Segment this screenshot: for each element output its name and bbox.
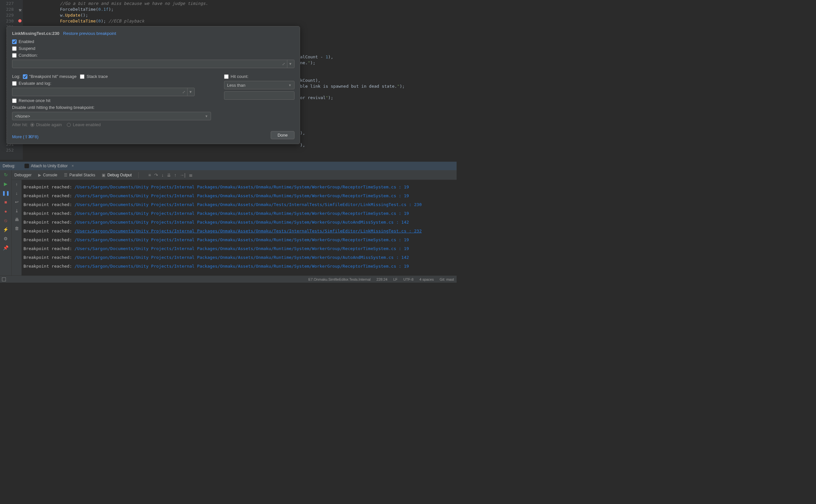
output-line[interactable]: Breakpoint reached: /Users/Sargon/Docume… <box>23 218 455 227</box>
file-link[interactable]: /Users/Sargon/Documents/Unity Projects/I… <box>75 185 409 189</box>
evaluate-log-checkbox[interactable]: Evaluate and log: <box>12 81 51 86</box>
line-number[interactable]: 227 <box>0 1 23 7</box>
file-link[interactable]: /Users/Sargon/Documents/Unity Projects/I… <box>75 255 409 260</box>
stack-trace-checkbox[interactable]: Stack trace <box>80 74 108 79</box>
status-encoding[interactable]: UTF-8 <box>403 277 414 281</box>
disable-again-radio: Disable again <box>30 122 62 127</box>
more-link[interactable]: More (⇧⌘F8) <box>12 134 294 139</box>
output-line[interactable]: Breakpoint reached: /Users/Sargon/Docume… <box>23 191 455 200</box>
lightning-icon[interactable]: ⚡ <box>3 227 8 232</box>
line-number[interactable]: 229 <box>0 12 23 18</box>
line-number[interactable]: 252 <box>0 147 23 153</box>
line-number[interactable]: 228⚒ <box>0 7 23 12</box>
tab-parallel-stacks[interactable]: ☰Parallel Stacks <box>64 173 95 177</box>
chevron-down-icon[interactable]: ▾ <box>287 60 293 68</box>
hit-count-op-select[interactable]: Less than▼ <box>224 81 294 89</box>
stacks-icon: ☰ <box>64 173 67 177</box>
step-over-icon[interactable]: ↷ <box>154 172 158 178</box>
tool-window-icon[interactable] <box>2 277 6 281</box>
debug-toolbar: Debug: Attach to Unity Editor × <box>0 162 457 170</box>
output-line[interactable]: Breakpoint reached: /Users/Sargon/Docume… <box>23 209 455 218</box>
breakpoints-icon[interactable]: ● <box>3 209 8 214</box>
code-line[interactable] <box>29 147 457 153</box>
output-line[interactable]: Breakpoint reached: /Users/Sargon/Docume… <box>23 235 455 244</box>
scroll-icon[interactable]: ⤓ <box>15 208 19 213</box>
file-link[interactable]: /Users/Sargon/Documents/Unity Projects/I… <box>75 202 422 207</box>
wrap-icon[interactable]: ↩ <box>15 200 19 204</box>
tab-debug-output[interactable]: ▣Debug Output <box>102 173 132 177</box>
line-number[interactable]: 230 <box>0 18 23 24</box>
output-line[interactable]: Breakpoint reached: /Users/Sargon/Docume… <box>23 227 455 235</box>
code-fragment: kCount), <box>300 78 320 83</box>
close-icon[interactable]: × <box>71 164 74 168</box>
code-fragment: ), <box>300 130 305 135</box>
code-line[interactable]: //Go a bit more and miss because we have… <box>29 1 457 7</box>
breakpoint-marker[interactable] <box>18 19 22 22</box>
file-link[interactable]: /Users/Sargon/Documents/Unity Projects/I… <box>75 229 422 233</box>
tab-console[interactable]: ▶Console <box>38 173 57 177</box>
status-bar: E7.Onmaku.SimfileEditor.Tests.Internal 2… <box>0 275 457 283</box>
file-link[interactable]: /Users/Sargon/Documents/Unity Projects/I… <box>75 220 409 225</box>
rerun-icon[interactable]: ↻ <box>3 172 8 177</box>
code-fragment: ble link is spawned but in dead state.")… <box>300 84 405 89</box>
status-git[interactable]: Git: mast <box>440 277 454 281</box>
evaluate-icon[interactable]: ≣ <box>189 172 193 178</box>
hit-count-checkbox[interactable]: Hit count: <box>224 74 248 79</box>
show-exec-point-icon[interactable]: ≡ <box>148 172 151 178</box>
output-line[interactable]: Breakpoint reached: /Users/Sargon/Docume… <box>23 200 455 209</box>
status-indent[interactable]: 4 spaces <box>420 277 434 281</box>
debug-tabs: Debugger ▶Console ☰Parallel Stacks ▣Debu… <box>12 170 457 180</box>
status-position[interactable]: 228:24 <box>376 277 387 281</box>
separator <box>138 172 139 178</box>
condition-checkbox[interactable]: Condition: <box>12 53 38 58</box>
output-line[interactable]: Breakpoint reached: /Users/Sargon/Docume… <box>23 262 455 271</box>
expand-icon[interactable]: ⤢ <box>180 90 187 94</box>
expand-icon[interactable]: ⤢ <box>280 62 287 66</box>
clear-icon[interactable]: 🗑 <box>15 226 19 231</box>
output-line[interactable]: Breakpoint reached: /Users/Sargon/Docume… <box>23 244 455 253</box>
done-button[interactable]: Done <box>271 131 294 139</box>
code-fragment: ne."); <box>300 60 315 65</box>
run-to-cursor-icon[interactable]: →| <box>180 172 185 178</box>
file-link[interactable]: /Users/Sargon/Documents/Unity Projects/I… <box>75 246 409 251</box>
evaluate-log-input[interactable]: ⤢ ▾ <box>12 88 195 96</box>
print-icon[interactable]: 🖶 <box>15 217 19 222</box>
debug-config-tab[interactable]: Attach to Unity Editor × <box>22 163 77 169</box>
restore-breakpoint-link[interactable]: Restore previous breakpoint <box>63 31 116 36</box>
settings-icon[interactable]: ⚙ <box>3 236 8 241</box>
stop-icon[interactable]: ■ <box>3 200 8 205</box>
chevron-down-icon[interactable]: ▾ <box>187 88 194 96</box>
disable-until-label: Disable until hitting the following brea… <box>12 105 211 110</box>
status-lineend[interactable]: LF <box>393 277 397 281</box>
output-line[interactable]: Breakpoint reached: /Users/Sargon/Docume… <box>23 253 455 262</box>
tab-debugger[interactable]: Debugger <box>14 173 32 177</box>
code-fragment: ), <box>300 142 305 147</box>
resume-icon[interactable]: ▶ <box>3 181 8 186</box>
hit-count-value-input[interactable] <box>224 91 294 100</box>
code-line[interactable]: ForceDeltaTime(0.1f); <box>29 7 457 12</box>
up-icon[interactable]: ↑ <box>16 182 18 187</box>
unity-icon <box>24 164 29 168</box>
file-link[interactable]: /Users/Sargon/Documents/Unity Projects/I… <box>75 237 409 242</box>
down-icon[interactable]: ↓ <box>16 191 18 196</box>
condition-input[interactable]: ⤢ ▾ <box>12 60 294 68</box>
file-link[interactable]: /Users/Sargon/Documents/Unity Projects/I… <box>75 211 409 216</box>
step-out-icon[interactable]: ↑ <box>174 172 176 178</box>
disable-until-select[interactable]: <None>▼ <box>12 112 211 120</box>
pause-icon[interactable]: ❚❚ <box>3 190 8 196</box>
code-line[interactable]: ForceDeltaTime(0); //ECB playback <box>29 18 457 24</box>
output-line[interactable]: Breakpoint reached: /Users/Sargon/Docume… <box>23 183 455 191</box>
hammer-icon: ⚒ <box>19 7 22 13</box>
suspend-checkbox[interactable]: Suspend <box>12 46 35 51</box>
file-link[interactable]: /Users/Sargon/Documents/Unity Projects/I… <box>75 264 409 269</box>
step-into-icon[interactable]: ↓ <box>161 172 164 178</box>
remove-once-hit-checkbox[interactable]: Remove once hit <box>12 98 51 103</box>
force-step-into-icon[interactable]: ⇊ <box>167 172 171 178</box>
code-line[interactable]: w.Update(); <box>29 12 457 18</box>
mute-breakpoints-icon[interactable]: ⦸ <box>3 218 8 223</box>
enabled-checkbox[interactable]: Enabled <box>12 39 34 44</box>
bp-hit-message-checkbox[interactable]: "Breakpoint hit" message <box>23 74 77 79</box>
file-link[interactable]: /Users/Sargon/Documents/Unity Projects/I… <box>75 193 409 198</box>
pin-icon[interactable]: 📌 <box>3 245 8 250</box>
debug-output-panel[interactable]: Breakpoint reached: /Users/Sargon/Docume… <box>22 180 457 275</box>
